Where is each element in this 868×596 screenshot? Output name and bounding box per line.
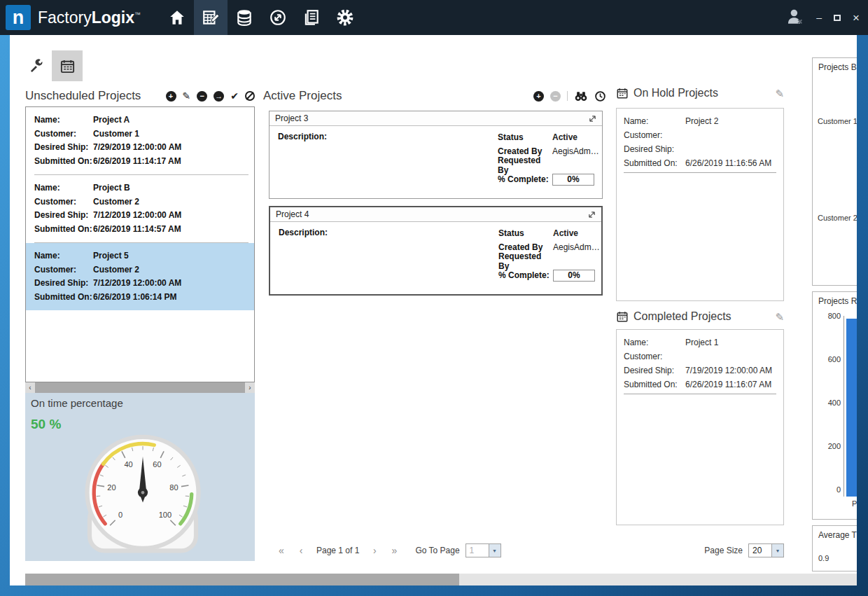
created-by-value: AegisAdm… xyxy=(553,242,600,252)
y-axis-tick: 600 xyxy=(814,355,841,363)
expand-card-button[interactable] xyxy=(588,211,596,219)
minimize-button[interactable]: – xyxy=(816,13,822,22)
scroll-right-arrow[interactable]: › xyxy=(245,384,255,391)
desired-ship-label: Desired Ship: xyxy=(34,209,93,223)
onhold-project-card[interactable]: Name:Project 2 Customer: Desired Ship: S… xyxy=(616,108,784,301)
unscheduled-header: Unscheduled Projects + ✎ − → ✔ xyxy=(25,87,255,105)
close-button[interactable]: × xyxy=(853,12,860,24)
gauge-title: On time percentage xyxy=(31,397,123,409)
project-list-item-selected[interactable]: Name:Project 5 Customer:Customer 2 Desir… xyxy=(26,243,254,310)
user-signout-button[interactable] xyxy=(785,7,804,29)
scroll-left-arrow[interactable]: ‹ xyxy=(25,384,35,391)
find-projects-button[interactable] xyxy=(574,91,588,102)
history-button[interactable] xyxy=(594,90,606,102)
pagination-bar: « ‹ Page 1 of 1 › » Go To Page 1 ▼ Page … xyxy=(274,542,784,559)
y-axis-tick: 0 xyxy=(814,485,841,494)
unscheduled-h-scrollbar[interactable]: ‹ › xyxy=(25,382,255,393)
tabstrip xyxy=(21,50,83,81)
submitted-on-label: Submitted On: xyxy=(34,291,93,305)
titlebar-right: – × xyxy=(785,0,860,35)
desired-ship-value: 7/12/2019 12:00:00 AM xyxy=(93,278,181,288)
card-title: Project 3 xyxy=(275,113,308,123)
created-by-label: Created By xyxy=(498,146,552,156)
add-project-button[interactable]: + xyxy=(166,91,176,102)
submitted-on-label: Submitted On: xyxy=(624,158,685,168)
edit-completed-button[interactable]: ✎ xyxy=(775,312,784,322)
maximize-button[interactable] xyxy=(834,13,841,22)
name-value: Project A xyxy=(93,115,130,125)
remove-project-button[interactable]: − xyxy=(197,91,207,102)
status-label: Status xyxy=(498,132,552,142)
name-value: Project 1 xyxy=(685,338,718,347)
active-project-card[interactable]: Project 3 Description: StatusActive Crea… xyxy=(269,111,603,199)
chart-title: Projects B xyxy=(813,58,857,72)
desired-ship-value: 7/19/2019 12:00:00 AM xyxy=(685,366,772,375)
scroll-thumb[interactable] xyxy=(35,382,245,393)
next-page-button[interactable]: › xyxy=(368,545,382,556)
remove-active-project-button[interactable]: − xyxy=(550,91,561,102)
chart-category-label: Customer 1 xyxy=(818,117,857,125)
desired-ship-label: Desired Ship: xyxy=(34,277,93,291)
name-value: Project 5 xyxy=(93,251,129,261)
active-projects-header: Active Projects + − xyxy=(263,87,606,105)
add-active-project-button[interactable]: + xyxy=(533,91,544,102)
prev-page-button[interactable]: ‹ xyxy=(294,545,308,556)
desired-ship-value: 7/29/2019 12:00:00 AM xyxy=(93,142,181,152)
card-header: Project 4 xyxy=(270,207,601,222)
dropdown-arrow-icon: ▼ xyxy=(489,544,500,557)
completed-header: Completed Projects ✎ xyxy=(616,310,784,323)
projects-by-customer-panel: Projects B Customer 1 Customer 2 xyxy=(812,57,857,286)
desired-ship-label: Desired Ship: xyxy=(34,141,93,155)
horizontal-scrollbar[interactable] xyxy=(25,574,857,585)
list-separator xyxy=(624,172,776,173)
onhold-header: On Hold Projects ✎ xyxy=(616,87,784,99)
titlebar: n FactoryLogix™ xyxy=(0,0,868,35)
nav-reports-button[interactable] xyxy=(295,0,328,35)
project-list-item[interactable]: Name:Project B Customer:Customer 2 Desir… xyxy=(26,175,254,242)
nav-materials-button[interactable] xyxy=(227,0,261,35)
first-page-button[interactable]: « xyxy=(274,545,288,556)
last-page-button[interactable]: » xyxy=(387,545,401,556)
nav-dispatch-button[interactable] xyxy=(261,0,295,35)
edit-project-button[interactable]: ✎ xyxy=(183,91,191,101)
y-axis-tick: 800 xyxy=(814,312,841,320)
schedule-project-button[interactable]: → xyxy=(214,91,224,102)
name-label: Name: xyxy=(34,113,93,127)
customer-label: Customer: xyxy=(34,127,93,141)
tab-tools[interactable] xyxy=(21,50,52,81)
goto-page-select[interactable]: 1 ▼ xyxy=(465,543,501,557)
chart-title: Average T xyxy=(813,526,857,540)
page-size-label: Page Size xyxy=(704,546,743,555)
tab-scheduling[interactable] xyxy=(52,50,83,81)
edit-onhold-button[interactable]: ✎ xyxy=(775,88,784,99)
completed-project-card[interactable]: Name:Project 1 Customer: Desired Ship:7/… xyxy=(616,329,784,525)
accept-project-button[interactable]: ✔ xyxy=(230,91,239,101)
active-projects-title: Active Projects xyxy=(263,89,342,103)
project-list-item[interactable]: Name:Project A Customer:Customer 1 Desir… xyxy=(26,107,254,174)
svg-text:20: 20 xyxy=(107,483,115,492)
page-indicator: Page 1 of 1 xyxy=(316,546,359,555)
name-label: Name: xyxy=(624,116,685,126)
nav-planning-button[interactable] xyxy=(194,0,227,35)
calendar-icon xyxy=(59,58,76,74)
svg-text:80: 80 xyxy=(169,483,178,492)
y-axis-tick: 400 xyxy=(814,399,841,407)
user-icon xyxy=(785,7,804,26)
submitted-on-value: 6/26/2019 11:16:07 AM xyxy=(685,380,771,389)
created-by-value: AegisAdm… xyxy=(552,146,599,156)
calendar-icon xyxy=(616,310,629,323)
page-size-select[interactable]: 20 ▼ xyxy=(748,543,784,557)
card-meta: StatusActive Created ByAegisAdm… Request… xyxy=(498,226,601,282)
decline-project-button[interactable] xyxy=(245,91,255,101)
expand-card-button[interactable] xyxy=(589,115,596,123)
name-label: Name: xyxy=(624,338,685,347)
projects-released-panel: Projects R 800 600 400 200 0 P xyxy=(812,291,857,520)
active-project-card-selected[interactable]: Project 4 Description: StatusActive Crea… xyxy=(269,206,603,296)
nav-settings-button[interactable] xyxy=(328,0,362,35)
scrollbar-thumb[interactable] xyxy=(25,574,459,585)
expand-icon xyxy=(588,211,596,219)
list-separator xyxy=(624,394,776,394)
nav-home-button[interactable] xyxy=(160,0,194,35)
unscheduled-title: Unscheduled Projects xyxy=(25,89,141,103)
submitted-on-label: Submitted On: xyxy=(34,223,93,237)
